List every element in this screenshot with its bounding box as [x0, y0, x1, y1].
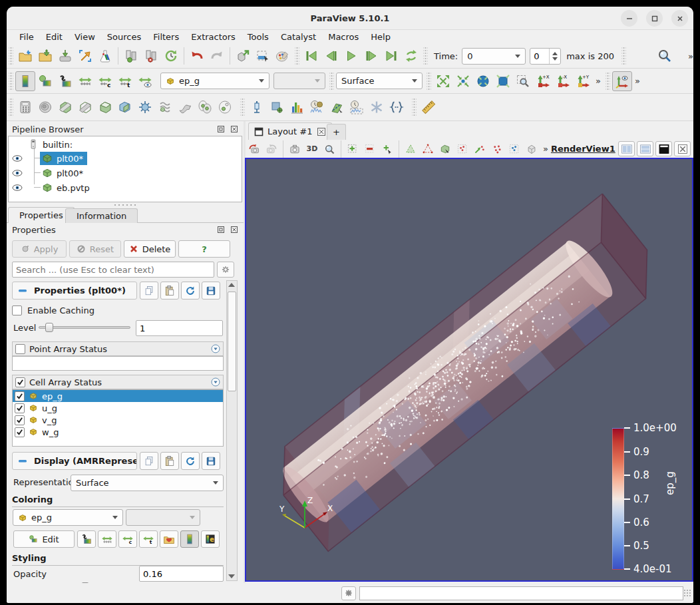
warp-filter-button[interactable]: [175, 97, 195, 117]
color-array-combobox[interactable]: ep_g: [160, 73, 269, 89]
reset-camera-button[interactable]: [433, 71, 453, 91]
extract-subset-filter-button[interactable]: [115, 97, 135, 117]
previous-frame-button[interactable]: [321, 46, 341, 66]
toggle-interaction-mode-button[interactable]: 3D: [303, 141, 321, 157]
point-array-group-header[interactable]: Point Array Status: [12, 341, 224, 356]
resize-grip[interactable]: [683, 589, 691, 597]
first-frame-button[interactable]: [301, 46, 321, 66]
point-array-checkbox[interactable]: [15, 344, 25, 354]
properties-scrollbar[interactable]: [226, 280, 238, 581]
plot-over-line-button[interactable]: [327, 97, 347, 117]
toolbar-overflow-chevron[interactable]: »: [685, 51, 693, 61]
redo-button[interactable]: [207, 46, 227, 66]
minimize-button[interactable]: [621, 10, 637, 27]
slice-filter-button[interactable]: [75, 97, 95, 117]
reset-button[interactable]: Reset: [69, 240, 121, 258]
help-button[interactable]: ?: [178, 240, 230, 258]
toggle-color-legend-button[interactable]: [15, 71, 35, 91]
probe-location-button[interactable]: [247, 97, 267, 117]
section-properties-bar[interactable]: Properties (plt00*): [12, 282, 137, 300]
spin-arrows[interactable]: [549, 49, 560, 64]
frame-input[interactable]: [530, 51, 549, 61]
tab-properties[interactable]: Properties: [8, 207, 75, 223]
play-button[interactable]: [341, 46, 361, 66]
menu-file[interactable]: File: [13, 31, 40, 43]
dock-float-button[interactable]: [216, 224, 226, 235]
tab-information[interactable]: Information: [65, 208, 138, 223]
apply-button[interactable]: Apply: [12, 240, 67, 258]
cell-array-row-u_g[interactable]: u_g: [13, 402, 223, 414]
use-separate-colormap-button[interactable]: [77, 530, 96, 548]
disconnect-server-button[interactable]: [141, 46, 161, 66]
menu-macros[interactable]: Macros: [322, 31, 365, 43]
menu-catalyst[interactable]: Catalyst: [275, 31, 322, 43]
representation-combobox[interactable]: Surface: [336, 73, 423, 89]
scrollbar-thumb[interactable]: [228, 292, 236, 391]
panel-splitter-handle[interactable]: [113, 204, 137, 206]
cell-array-row-ep_g[interactable]: ep_g: [13, 390, 223, 402]
select-cells-rectangle-button[interactable]: [344, 141, 361, 157]
save-data-button[interactable]: [35, 46, 55, 66]
save-screenshot-button[interactable]: [55, 46, 75, 66]
hover-points-button[interactable]: [506, 141, 523, 157]
scroll-up-button[interactable]: [228, 283, 235, 287]
menu-edit[interactable]: Edit: [40, 31, 69, 43]
capture-screenshot-button[interactable]: [286, 141, 303, 157]
cell-array-row-v_g[interactable]: v_g: [13, 414, 223, 426]
extract-selection-button[interactable]: [267, 97, 287, 117]
search-input[interactable]: [12, 262, 214, 278]
visibility-eye-icon[interactable]: [11, 182, 23, 194]
abort-button[interactable]: [341, 586, 356, 600]
select-block-button[interactable]: [437, 141, 454, 157]
stream-tracer-filter-button[interactable]: [155, 97, 175, 117]
visibility-eye-icon[interactable]: [11, 152, 23, 164]
next-frame-button[interactable]: [361, 46, 381, 66]
load-state-button[interactable]: [75, 46, 95, 66]
cell-array-checkbox[interactable]: [15, 377, 25, 387]
frame-spinbox[interactable]: [530, 48, 561, 65]
section-display-bar[interactable]: Display (AMRReprese: [12, 452, 137, 470]
color-legend-bar[interactable]: [612, 428, 624, 570]
loop-button[interactable]: [401, 46, 421, 66]
representation-select[interactable]: Surface: [71, 475, 224, 491]
connect-server-button[interactable]: [121, 46, 141, 66]
menu-filters[interactable]: Filters: [147, 31, 185, 43]
dock-close-button[interactable]: [229, 124, 240, 134]
close-button[interactable]: [671, 10, 688, 27]
interactive-select-points-button[interactable]: [471, 141, 488, 157]
plot-selection-over-time-button[interactable]: [347, 97, 367, 117]
array-checkbox[interactable]: [15, 403, 25, 413]
reset-camera-closest-button[interactable]: [493, 71, 513, 91]
save-display-button[interactable]: [202, 452, 220, 470]
split-horizontal-button[interactable]: [618, 141, 635, 156]
camera-overflow-chevron[interactable]: »: [593, 76, 604, 86]
threshold-filter-button[interactable]: [95, 97, 115, 117]
contour-filter-button[interactable]: [35, 97, 55, 117]
last-frame-button[interactable]: [381, 46, 401, 66]
camera-undo-button[interactable]: [246, 141, 263, 157]
reset-session-button[interactable]: [161, 46, 181, 66]
plot-over-time-button[interactable]: [307, 97, 327, 117]
split-vertical-button[interactable]: [637, 141, 653, 156]
copy-display-button[interactable]: [140, 452, 158, 470]
search-options-button[interactable]: [217, 262, 234, 278]
calculator-filter-button[interactable]: [15, 97, 35, 117]
zoom-to-data-button[interactable]: [453, 71, 473, 91]
pipeline-item-row[interactable]: plt00*: [11, 166, 240, 180]
edit-color-legend-properties-button[interactable]: e: [201, 530, 220, 548]
add-layout-tab[interactable]: +: [327, 124, 346, 140]
save-defaults-button[interactable]: [202, 282, 220, 300]
interactive-select-cells-button[interactable]: [454, 141, 471, 157]
show-color-legend-button[interactable]: [180, 530, 199, 548]
select-polygon-cells-button[interactable]: [402, 141, 419, 157]
auto-apply-button[interactable]: [233, 46, 253, 66]
maximize-button[interactable]: [646, 10, 663, 27]
choose-preset-button[interactable]: [160, 530, 178, 548]
pipeline-item-row[interactable]: plt00*: [11, 152, 240, 165]
find-data-button[interactable]: [253, 46, 273, 66]
zoom-to-box-button[interactable]: [513, 71, 533, 91]
level-input[interactable]: [136, 320, 223, 336]
cell-array-group-header[interactable]: Cell Array Status: [12, 375, 224, 389]
cell-array-row-w_g[interactable]: w_g: [13, 426, 223, 438]
opacity-input[interactable]: [139, 566, 224, 582]
